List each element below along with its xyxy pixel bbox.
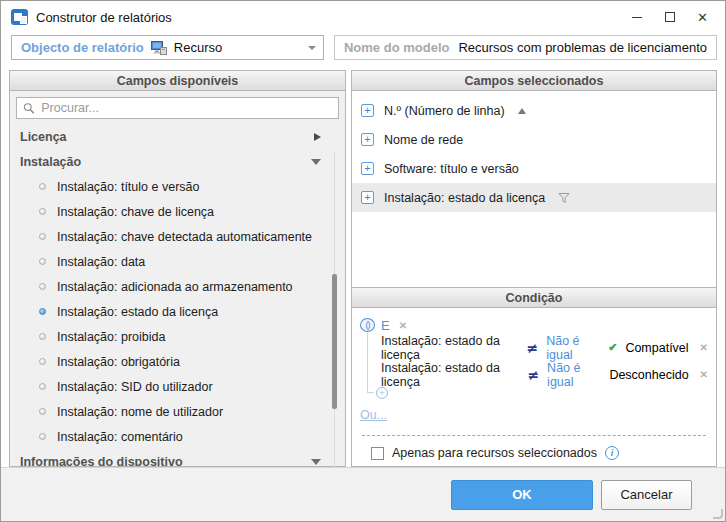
- selected-fields-list: + N.º (Número de linha) + Nome de rede +…: [352, 91, 716, 212]
- scrollbar-thumb[interactable]: [332, 274, 337, 409]
- tree-item-label: Instalação: título e versão: [57, 180, 199, 194]
- tree-item-label: Instalação: SID do utilizador: [57, 380, 213, 394]
- tree-item[interactable]: Instalação: proibida: [10, 324, 345, 349]
- condition-value-link[interactable]: Desconhecido: [609, 368, 688, 382]
- selected-field-label: Software: título e versão: [384, 162, 519, 176]
- selected-field-label: N.º (Número de linha): [384, 104, 505, 118]
- check-icon: ✔: [608, 341, 617, 354]
- condition-operator-link[interactable]: Não é igual: [546, 334, 600, 362]
- search-box[interactable]: [16, 97, 339, 119]
- tree-item[interactable]: Instalação: nome de utilizador: [10, 399, 345, 424]
- group-parentheses-icon[interactable]: (): [360, 318, 375, 332]
- tree-item[interactable]: Instalação: chave de licença: [10, 199, 345, 224]
- expand-plus-icon[interactable]: +: [361, 133, 374, 146]
- minimize-button[interactable]: [620, 1, 653, 33]
- condition-row: Instalação: estado da licença ≠ Não é ig…: [381, 361, 708, 388]
- condition-panel: Condição () E ✕ Instalação: estado da li…: [351, 288, 717, 467]
- report-object-label: Objecto de relatório: [21, 40, 144, 55]
- model-name-label: Nome do modelo: [344, 40, 449, 55]
- bullet-icon: [39, 208, 46, 215]
- not-equal-icon: ≠: [527, 367, 539, 383]
- only-selected-checkbox[interactable]: [371, 447, 384, 460]
- expand-plus-icon[interactable]: +: [361, 104, 374, 117]
- condition-field-link[interactable]: Instalação: estado da licença: [381, 334, 518, 362]
- chevron-down-icon: [311, 159, 321, 165]
- tree-group-instalacao[interactable]: Instalação: [10, 149, 345, 174]
- condition-value-link[interactable]: Compatível: [625, 341, 688, 355]
- tree-group-label: Instalação: [20, 155, 81, 169]
- report-object-value: Recurso: [174, 40, 222, 55]
- app-icon: [11, 9, 28, 25]
- available-fields-panel: Campos disponíveis Licença Instalação: [9, 70, 346, 467]
- selected-field-row[interactable]: + Nome de rede: [352, 125, 716, 154]
- or-row: Ou...: [360, 408, 708, 422]
- close-button[interactable]: ✕: [686, 1, 719, 33]
- bullet-icon: [39, 433, 46, 440]
- tree-item-label: Instalação: proibida: [57, 330, 165, 344]
- tree-group-licenca[interactable]: Licença: [10, 124, 345, 149]
- tree-group-label: Informações do dispositivo: [20, 455, 183, 467]
- chevron-down-icon: [308, 46, 316, 50]
- tree-item[interactable]: Instalação: título e versão: [10, 174, 345, 199]
- expand-plus-icon[interactable]: +: [361, 191, 374, 204]
- resize-grip[interactable]: [713, 509, 723, 519]
- tree-item[interactable]: Instalação: comentário: [10, 424, 345, 449]
- maximize-button[interactable]: [653, 1, 686, 33]
- only-selected-row: Apenas para recursos seleccionados i: [360, 446, 708, 460]
- cancel-button[interactable]: Cancelar: [601, 480, 692, 510]
- bullet-icon: [39, 183, 46, 190]
- model-name-value: Recursos com problemas de licenciamento: [458, 40, 707, 55]
- bullet-icon: [39, 283, 46, 290]
- condition-operator-link[interactable]: Não é igual: [547, 361, 601, 389]
- sort-ascending-icon[interactable]: [518, 108, 526, 114]
- search-input[interactable]: [41, 101, 332, 115]
- tree-item-label: Instalação: obrigatória: [57, 355, 180, 369]
- tree-group-dispositivo[interactable]: Informações do dispositivo: [10, 449, 345, 466]
- report-object-combo[interactable]: Objecto de relatório Recurso: [11, 35, 324, 60]
- minimize-icon: [632, 17, 642, 18]
- tree-item[interactable]: Instalação: data: [10, 249, 345, 274]
- bullet-icon: [39, 358, 46, 365]
- selected-field-row[interactable]: + N.º (Número de linha): [352, 96, 716, 125]
- tree-item[interactable]: Instalação: chave detectada automaticame…: [10, 224, 345, 249]
- selected-field-row[interactable]: + Instalação: estado da licença: [352, 183, 716, 212]
- condition-group-row: () E ✕: [360, 316, 708, 334]
- tree-item-selected-field[interactable]: Instalação: estado da licença: [10, 299, 345, 324]
- tree-item[interactable]: Instalação: adicionada ao armazenamento: [10, 274, 345, 299]
- dashed-separator: [362, 435, 706, 436]
- condition-field-link[interactable]: Instalação: estado da licença: [381, 361, 519, 389]
- selected-fields-header: Campos seleccionados: [352, 71, 716, 91]
- tree-group-label: Licença: [20, 130, 67, 144]
- condition-header: Condição: [352, 288, 716, 308]
- tree-item-label: Instalação: data: [57, 255, 145, 269]
- top-controls: Objecto de relatório Recurso Nome do mod…: [11, 35, 717, 60]
- remove-condition-icon[interactable]: ✕: [700, 342, 708, 353]
- remove-group-icon[interactable]: ✕: [399, 320, 407, 331]
- tree-item[interactable]: Instalação: obrigatória: [10, 349, 345, 374]
- ok-button[interactable]: OK: [451, 480, 593, 510]
- close-icon: ✕: [697, 11, 708, 24]
- report-builder-dialog: Construtor de relatórios ✕ Objecto de re…: [0, 0, 726, 522]
- window-controls: ✕: [620, 1, 725, 33]
- main-area: Campos disponíveis Licença Instalação: [9, 70, 717, 467]
- selected-field-row[interactable]: + Software: título e versão: [352, 154, 716, 183]
- group-connector-line: [367, 333, 374, 393]
- not-equal-icon: ≠: [526, 340, 538, 356]
- bullet-icon: [39, 383, 46, 390]
- model-name-field[interactable]: Nome do modelo Recursos com problemas de…: [334, 35, 717, 60]
- add-condition-icon[interactable]: +: [376, 387, 388, 399]
- group-operator-link[interactable]: E: [381, 318, 390, 333]
- filter-icon[interactable]: [558, 192, 571, 204]
- maximize-icon: [665, 12, 675, 22]
- or-group-link[interactable]: Ou...: [360, 408, 387, 422]
- tree-item[interactable]: Instalação: SID do utilizador: [10, 374, 345, 399]
- search-wrap: [10, 91, 345, 122]
- info-icon[interactable]: i: [605, 446, 619, 460]
- window-title: Construtor de relatórios: [36, 10, 172, 25]
- tree-item-label: Instalação: chave detectada automaticame…: [57, 230, 312, 244]
- expand-plus-icon[interactable]: +: [361, 162, 374, 175]
- remove-condition-icon[interactable]: ✕: [700, 369, 708, 380]
- bullet-active-icon: [39, 308, 46, 315]
- bullet-icon: [39, 333, 46, 340]
- footer-bar: OK Cancelar: [1, 467, 725, 521]
